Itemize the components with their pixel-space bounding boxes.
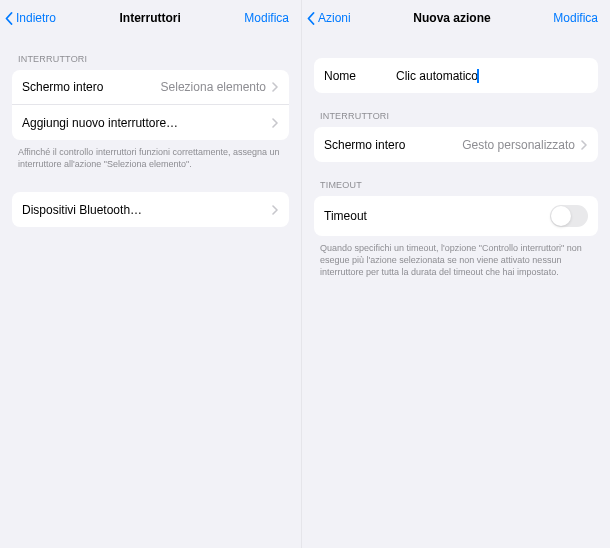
pane-switches: Indietro Interruttori Modifica INTERRUTT…	[0, 0, 302, 548]
footer-text-timeout: Quando specifichi un timeout, l'opzione …	[314, 236, 598, 278]
header-left: Indietro Interruttori Modifica	[0, 0, 301, 36]
group-name: Nome Clic automatico	[314, 58, 598, 93]
row-value	[266, 117, 279, 128]
name-input[interactable]: Clic automatico	[396, 69, 479, 83]
name-label: Nome	[324, 69, 396, 83]
row-fullscreen[interactable]: Schermo intero Seleziona elemento	[12, 70, 289, 105]
footer-text-switches: Affinché il controllo interruttori funzi…	[12, 140, 289, 170]
row-fullscreen-right[interactable]: Schermo intero Gesto personalizzato	[314, 127, 598, 162]
chevron-right-icon	[272, 82, 279, 93]
row-label: Schermo intero	[324, 138, 405, 152]
row-value: Gesto personalizzato	[462, 138, 588, 152]
row-name[interactable]: Nome Clic automatico	[314, 58, 598, 93]
edit-button[interactable]: Modifica	[244, 11, 289, 25]
toggle-knob	[551, 206, 571, 226]
back-button[interactable]: Azioni	[306, 11, 351, 25]
content-left: INTERRUTTORI Schermo intero Seleziona el…	[0, 36, 301, 227]
text-cursor	[477, 69, 479, 83]
back-label: Azioni	[318, 11, 351, 25]
content-right: Nome Clic automatico INTERRUTTORI Scherm…	[302, 36, 610, 278]
chevron-left-icon	[4, 11, 14, 25]
row-bluetooth[interactable]: Dispositivi Bluetooth…	[12, 192, 289, 227]
chevron-right-icon	[272, 204, 279, 215]
row-label: Schermo intero	[22, 80, 103, 94]
chevron-right-icon	[272, 117, 279, 128]
section-header-switches: INTERRUTTORI	[314, 93, 598, 127]
row-label: Timeout	[324, 209, 367, 223]
group-switches: Schermo intero Seleziona elemento Aggiun…	[12, 70, 289, 140]
chevron-left-icon	[306, 11, 316, 25]
page-title: Nuova azione	[413, 11, 490, 25]
edit-button[interactable]: Modifica	[553, 11, 598, 25]
header-right: Azioni Nuova azione Modifica	[302, 0, 610, 36]
row-add-switch[interactable]: Aggiungi nuovo interruttore…	[12, 105, 289, 140]
row-value	[266, 204, 279, 215]
row-value: Seleziona elemento	[161, 80, 279, 94]
chevron-right-icon	[581, 139, 588, 150]
group-switches-right: Schermo intero Gesto personalizzato	[314, 127, 598, 162]
page-title: Interruttori	[120, 11, 181, 25]
row-timeout: Timeout	[314, 196, 598, 236]
group-bluetooth: Dispositivi Bluetooth…	[12, 192, 289, 227]
group-timeout: Timeout	[314, 196, 598, 236]
pane-new-action: Azioni Nuova azione Modifica Nome Clic a…	[302, 0, 610, 548]
back-label: Indietro	[16, 11, 56, 25]
timeout-toggle[interactable]	[550, 205, 588, 227]
section-header-timeout: TIMEOUT	[314, 162, 598, 196]
back-button[interactable]: Indietro	[4, 11, 56, 25]
row-label: Aggiungi nuovo interruttore…	[22, 116, 178, 130]
row-label: Dispositivi Bluetooth…	[22, 203, 142, 217]
section-header-switches: INTERRUTTORI	[12, 36, 289, 70]
